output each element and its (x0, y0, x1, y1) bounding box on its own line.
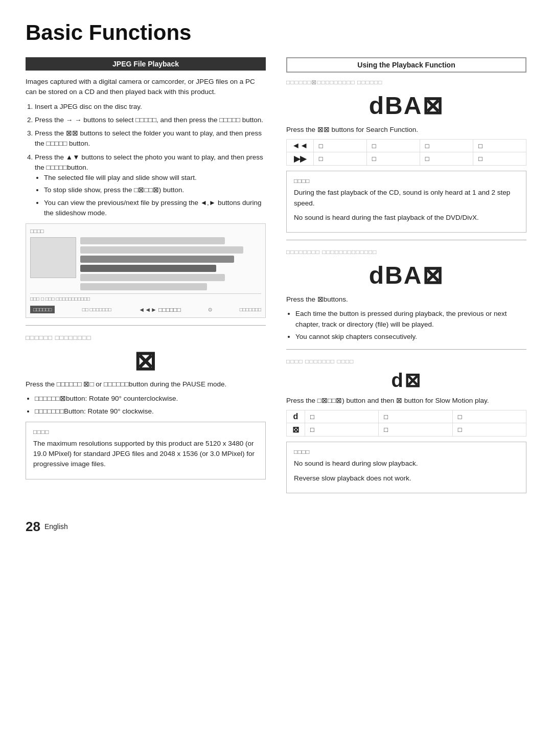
col-val: □ (313, 152, 366, 166)
col-val: □ (452, 423, 526, 437)
rotate-bullet-1: □□□□□□⊠button: Rotate 90° counterclockwi… (35, 394, 266, 404)
symbol-forward: ▶▶ (287, 152, 314, 166)
slow-note-line-1: No sound is heard during slow playback. (294, 459, 519, 469)
skip-sublabel: □□□□□□□□ □□□□□□□□□□□□□ (286, 248, 526, 256)
col-val: □ (420, 140, 473, 152)
playback-note-1: □□□□ During the fast playback of the CD,… (286, 171, 526, 233)
slow-note-title: □□□□ (294, 447, 519, 456)
rotate-note-title: □□□□ (33, 427, 258, 437)
page-footer: 28 English (26, 519, 526, 535)
col-val: □ (305, 410, 379, 423)
section-jpeg-playback: JPEG File Playback Images captured with … (26, 57, 266, 318)
note-line-1: During the fast playback of the CD, soun… (294, 188, 519, 209)
search-table-2: d □ □ □ ⊠ □ □ □ (286, 410, 526, 437)
step-3: Press the ⊠⊠ buttons to select the folde… (35, 128, 266, 149)
page-language: English (44, 522, 68, 531)
section-header-playback: Using the Playback Function (286, 57, 526, 73)
skip-bullets: Each time the button is pressed during p… (295, 309, 526, 342)
step-1: Insert a JPEG disc on the disc tray. (35, 102, 266, 112)
rotate-note: □□□□ The maximum resolutions supported b… (26, 422, 266, 479)
page-title: Basic Functions (26, 20, 526, 45)
symbol-d: d (287, 410, 305, 423)
rotate-desc: Press the □□□□□□ ⊠□ or □□□□□□button duri… (26, 379, 266, 390)
rotate-big-label: ⊠ (26, 346, 266, 376)
bullet-2: To stop slide show, press the □⊠□□⊠) but… (44, 185, 266, 195)
bullet-3: You can view the previous/next file by p… (44, 198, 266, 219)
rotate-bullets: □□□□□□⊠button: Rotate 90° counterclockwi… (35, 394, 266, 417)
skip-bullet-1: Each time the button is pressed during p… (295, 309, 526, 330)
bullet-1: The selected file will play and slide sh… (44, 173, 266, 183)
screen-footer: □□□□□□ □□ □□□□□□□ ◄◄► □□□□□□ ⊙ □□□□□□□ (30, 306, 261, 313)
col-val: □ (366, 152, 420, 166)
skip-desc: Press the ⊠buttons. (286, 294, 526, 305)
search-table-1: ◄◄ □ □ □ □ ▶▶ □ □ □ □ (286, 139, 526, 166)
step-4: Press the ▲▼ buttons to select the photo… (35, 152, 266, 219)
slow-desc: Press the □⊠□□⊠) button and then ⊠ butto… (286, 396, 526, 406)
rotate-header-label: □□□□□□ □□□□□□□□ (26, 334, 91, 341)
col-val: □ (420, 152, 473, 166)
page-number: 28 (26, 519, 40, 535)
section-skip: □□□□□□□□ □□□□□□□□□□□□□ dBA⊠ Press the ⊠b… (286, 248, 526, 342)
note-title-1: □□□□ (294, 176, 519, 186)
skip-big-label: dBA⊠ (286, 261, 526, 289)
section-slow-motion: □□□□ □□□□□□□ □□□□ d⊠ Press the □⊠□□⊠) bu… (286, 358, 526, 493)
step-2: Press the → → buttons to select □□□□□, a… (35, 115, 266, 125)
jpeg-steps: Insert a JPEG disc on the disc tray. Pre… (35, 102, 266, 219)
playback-desc-1: Press the ⊠⊠ buttons for Search Function… (286, 125, 526, 135)
table-row: d □ □ □ (287, 410, 526, 423)
screen-mockup: □□□□ □□□ □ □□□ □□□□□□□□□□□ □□□□□□ (26, 223, 266, 318)
section-playback: Using the Playback Function □□□□□□⊠□□□□□… (286, 57, 526, 233)
rotate-bullet-2: □□□□□□□Button: Rotate 90° clockwise. (35, 406, 266, 417)
screen-list (80, 237, 261, 290)
skip-bullet-2: You cannot skip chapters consecutively. (295, 332, 526, 342)
col-val: □ (366, 140, 420, 152)
jpeg-intro: Images captured with a digital camera or… (26, 77, 266, 98)
section-header-jpeg: JPEG File Playback (26, 57, 266, 71)
left-column: JPEG File Playback Images captured with … (26, 57, 266, 498)
symbol-rewind: ◄◄ (287, 140, 314, 152)
slow-note-line-2: Reverse slow playback does not work. (294, 473, 519, 484)
playback-big-label-1: dBA⊠ (286, 91, 526, 120)
slow-note: □□□□ No sound is heard during slow playb… (286, 442, 526, 493)
playback-sublabel-1: □□□□□□⊠□□□□□□□□□ □□□□□□ (286, 79, 526, 86)
symbol-x: ⊠ (287, 423, 305, 437)
table-row: ◄◄ □ □ □ □ (287, 140, 526, 152)
table-row: ⊠ □ □ □ (287, 423, 526, 437)
col-val: □ (473, 140, 526, 152)
rotate-note-text: The maximum resolutions supported by thi… (33, 439, 258, 470)
jpeg-bullets: The selected file will play and slide sh… (44, 173, 266, 218)
col-val: □ (452, 410, 526, 423)
right-column: Using the Playback Function □□□□□□⊠□□□□□… (286, 57, 526, 498)
col-val: □ (305, 423, 379, 437)
col-val: □ (379, 423, 452, 437)
col-val: □ (313, 140, 366, 152)
note-line-2: No sound is heard during the fast playba… (294, 213, 519, 223)
slow-sublabel: □□□□ □□□□□□□ □□□□ (286, 358, 526, 365)
col-val: □ (379, 410, 452, 423)
table-row: ▶▶ □ □ □ □ (287, 152, 526, 166)
section-rotate: □□□□□□ □□□□□□□□ ⊠ Press the □□□□□□ ⊠□ or… (26, 334, 266, 479)
slow-label: d⊠ (286, 369, 526, 392)
screen-thumbnail (30, 237, 76, 278)
col-val: □ (473, 152, 526, 166)
